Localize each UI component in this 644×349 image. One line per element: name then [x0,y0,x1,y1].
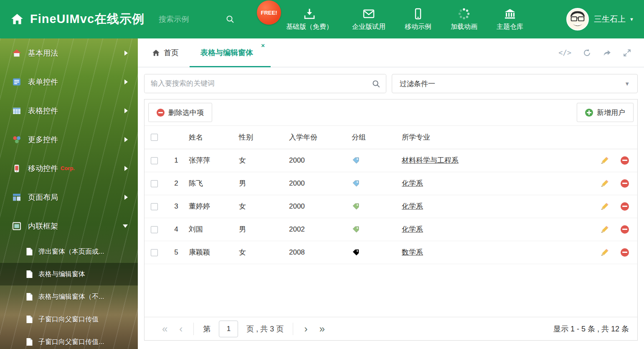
header-search-input[interactable] [159,15,226,24]
major-link[interactable]: 数学系 [402,248,423,256]
expand-icon[interactable] [623,48,631,57]
major-link[interactable]: 材料科学与工程系 [402,156,459,164]
delete-row-icon[interactable] [621,156,629,165]
edit-icon[interactable] [601,225,609,234]
top-nav: 基础版（免费） 企业版试用 移动示例 [286,7,523,31]
sidebar-item-label: 表单控件 [28,77,58,87]
sidebar-subitem-popup-window[interactable]: 弹出窗体（本页面或... [0,240,138,263]
sidebar-item-label: 移动控件 [28,163,58,173]
sidebar-item-form-controls[interactable]: 表单控件 [0,67,138,96]
sidebar-subitem-grid-edit-window-2[interactable]: 表格与编辑窗体（不... [0,285,138,308]
sidebar-item-more-controls[interactable]: 更多控件 [0,125,138,154]
col-header-group: 分组 [352,126,402,149]
minus-circle-icon [157,109,165,117]
search-icon[interactable] [226,15,235,24]
cell-gender: 女 [239,241,289,264]
col-header-year: 入学年份 [289,126,352,149]
delete-selected-button[interactable]: 删除选中项 [148,103,212,122]
refresh-icon[interactable] [583,48,591,57]
keyword-search [144,74,386,93]
row-checkbox[interactable] [151,249,158,256]
nav-label: 加载动画 [451,23,477,31]
delete-row-icon[interactable] [621,248,629,257]
sidebar-item-basic-usage[interactable]: 基本用法 [0,38,138,67]
major-link[interactable]: 化学系 [402,179,423,187]
form-icon [12,77,22,87]
chevron-right-icon [124,51,128,56]
row-number: 1 [164,149,189,172]
app-title: FineUIMvc在线示例 [30,11,145,28]
sidebar-item-label: 内联框架 [28,221,58,231]
add-user-button[interactable]: 新增用户 [577,103,634,122]
filter-dropdown[interactable]: 过滤条件一 ▼ [392,74,638,93]
cell-year: 2000 [289,149,352,172]
pagination-bar: « ‹ 第 页 , 共 3 页 › » 显示 1 - 5 条 , 共 12 条 [145,317,637,340]
nav-theme-repo[interactable]: 主题仓库 [497,7,523,31]
edit-icon[interactable] [601,179,609,188]
nav-mobile-demo[interactable]: 移动示例 [405,7,431,31]
sidebar: 基本用法 表单控件 表格控件 更多控件 [0,38,138,349]
first-page-button[interactable]: « [156,324,173,334]
row-checkbox[interactable] [151,180,158,187]
cell-gender: 女 [239,195,289,218]
tag-icon [352,179,360,188]
sidebar-item-mobile-controls[interactable]: 移动控件 Corp. [0,154,138,183]
share-icon[interactable] [603,48,611,57]
page-prefix: 第 [203,324,210,334]
chevron-right-icon [124,79,128,84]
file-icon [26,293,33,301]
col-header-name: 姓名 [189,126,239,149]
major-link[interactable]: 化学系 [402,202,423,210]
col-header-major: 所学专业 [402,126,579,149]
page-number-input[interactable] [219,321,238,337]
nav-loading-animation[interactable]: 加载动画 [451,7,477,31]
file-icon [26,270,33,278]
avatar [566,8,589,31]
grid-panel: 删除选中项 新增用户 姓名 性别 入学年份 分组 所学专业 [144,99,638,341]
sidebar-subitem-child-to-parent[interactable]: 子窗口向父窗口传值 [0,308,138,331]
cell-name: 康颖颖 [189,241,239,264]
tab-home[interactable]: 首页 [141,38,190,67]
edit-icon[interactable] [601,248,609,257]
sidebar-subitem-child-to-parent-2[interactable]: 子窗口向父窗口传值... [0,331,138,349]
user-menu[interactable]: 三生石上 ▼ [566,8,634,31]
button-label: 新增用户 [597,108,625,117]
header-search [159,15,244,24]
nav-basic-edition[interactable]: 基础版（免费） [286,7,333,31]
mobile-icon [411,7,425,20]
select-all-checkbox[interactable] [151,134,158,141]
edit-icon[interactable] [601,202,609,211]
row-checkbox[interactable] [151,203,158,210]
table-row: 1 张萍萍 女 2000 材料科学与工程系 [145,149,637,172]
plus-circle-icon [585,109,593,117]
edit-icon[interactable] [601,156,609,165]
sidebar-item-grid-controls[interactable]: 表格控件 [0,96,138,125]
col-header-index [164,126,189,149]
search-icon[interactable] [372,79,380,88]
nav-enterprise-trial[interactable]: 企业版试用 [352,7,385,31]
prev-page-button[interactable]: ‹ [173,324,188,334]
sidebar-subitem-grid-edit-window[interactable]: 表格与编辑窗体 [0,263,138,285]
delete-row-icon[interactable] [621,225,629,234]
sidebar-item-page-layout[interactable]: 页面布局 [0,183,138,211]
file-icon [26,247,33,256]
row-checkbox[interactable] [151,226,158,233]
home-icon[interactable] [10,12,24,26]
sidebar-item-iframe[interactable]: 内联框架 [0,211,138,240]
last-page-button[interactable]: » [313,324,330,334]
delete-row-icon[interactable] [621,202,629,211]
file-icon [26,338,33,346]
table-row: 4 刘国 男 2002 化学系 [145,218,637,241]
cell-year: 2000 [289,195,352,218]
keyword-search-input[interactable] [145,74,386,93]
source-code-icon[interactable]: </> [558,48,571,57]
major-link[interactable]: 化学系 [402,225,423,233]
sidebar-subitem-label: 子窗口向父窗口传值 [38,315,99,324]
row-checkbox[interactable] [151,157,158,164]
cell-year: 2002 [289,218,352,241]
close-icon[interactable]: × [261,42,265,48]
next-page-button[interactable]: › [298,324,313,334]
delete-row-icon[interactable] [621,179,629,188]
cell-name: 陈飞 [189,172,239,195]
tab-grid-edit-window[interactable]: 表格与编辑窗体 × [190,38,271,67]
